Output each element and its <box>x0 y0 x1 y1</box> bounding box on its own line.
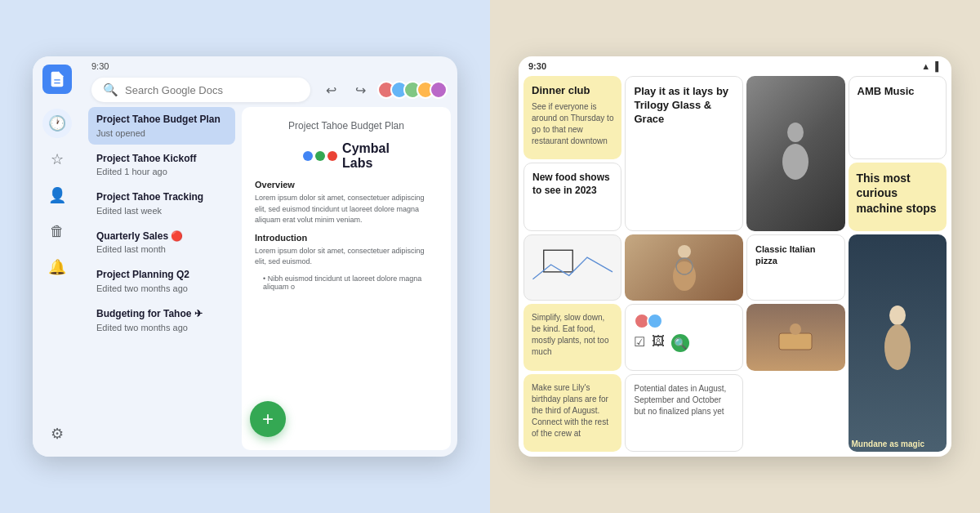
doc-bullet-1: • Nibh euismod tincidunt ut laoreet dolo… <box>255 274 438 291</box>
svg-point-2 <box>787 123 804 142</box>
doc-item-0[interactable]: Project Tahoe Budget Plan Just opened <box>88 107 235 145</box>
wifi-icon: ▲ <box>921 61 930 71</box>
keep-card-amb-title: AMB Music <box>858 85 938 99</box>
doc-item-2[interactable]: Project Tahoe Tracking Edited last week <box>88 185 235 222</box>
doc-logo: CymbalLabs <box>255 141 438 170</box>
keep-card-potential[interactable]: Potential dates in August, September and… <box>625 374 743 452</box>
doc-item-title-1: Project Tahoe Kickoff <box>96 153 227 166</box>
doc-item-subtitle-5: Edited two months ago <box>96 323 227 332</box>
keep-card-trilogy[interactable]: Play it as it lays by Trilogy Glass & Gr… <box>625 76 743 231</box>
keep-card-simplify[interactable]: Simplify, slow down, be kind. Eat food, … <box>523 304 621 370</box>
keep-card-trilogy-title: Play it as it lays by Trilogy Glass & Gr… <box>634 85 734 127</box>
sidebar: 🕐 ☆ 👤 🗑 🔔 ⚙ <box>33 56 82 457</box>
keep-card-photo3[interactable] <box>746 304 844 370</box>
doc-item-1[interactable]: Project Tahoe Kickoff Edited 1 hour ago <box>88 146 235 184</box>
search-input[interactable] <box>125 84 299 96</box>
keep-card-pizza-title: Classic Italian pizza <box>755 243 835 267</box>
doc-item-title-5: Budgeting for Tahoe ✈ <box>96 308 227 321</box>
toolbar: 🔍 ↩ ↪ <box>82 73 457 107</box>
collab-avatars <box>634 313 734 329</box>
svg-rect-8 <box>779 333 812 350</box>
keep-card-dinner-body: See if everyone is around on Thursday to… <box>532 101 613 147</box>
keep-card-simplify-body: Simplify, slow down, be kind. Eat food, … <box>532 312 613 358</box>
keep-grid: Dinner club See if everyone is around on… <box>519 73 951 457</box>
search-small-icon: 🔍 <box>671 334 689 352</box>
cymbal-circles <box>303 151 337 161</box>
toolbar-actions: ↩ ↪ <box>318 78 448 102</box>
image-icon: 🖼 <box>652 334 665 352</box>
doc-list: Project Tahoe Budget Plan Just opened Pr… <box>88 107 235 450</box>
keep-card-potential-body: Potential dates in August, September and… <box>634 383 734 417</box>
sidebar-item-settings[interactable]: ⚙ <box>42 419 72 448</box>
person-silhouette <box>775 121 816 186</box>
keep-card-curious[interactable]: This most curious machine stops <box>849 163 947 231</box>
doc-item-title-3: Quarterly Sales 🔴 <box>96 230 227 243</box>
check-icon: ☑ <box>634 334 645 352</box>
keep-card-lily[interactable]: Make sure Lily's birthday plans are for … <box>523 374 621 452</box>
main-content: 9:30 🔍 ↩ ↪ <box>82 56 457 457</box>
amb-photo-placeholder <box>849 234 947 452</box>
doc-item-subtitle-3: Edited last month <box>96 244 227 254</box>
doc-section-intro: Introduction <box>255 233 438 243</box>
svg-point-9 <box>790 323 801 335</box>
status-time: 9:30 <box>91 61 109 71</box>
right-panel: 9:30 ▲ ▌ Dinner club See if everyone is … <box>490 0 980 513</box>
docs-app: 🕐 ☆ 👤 🗑 🔔 ⚙ 9:30 🔍 ↩ ↪ <box>33 56 457 457</box>
doc-overview-body: Lorem ipsum dolor sit amet, consectetuer… <box>255 193 438 226</box>
sidebar-item-recent[interactable]: 🕐 <box>42 109 72 138</box>
photo3-placeholder <box>746 304 844 370</box>
keep-card-curious-title: This most curious machine stops <box>857 171 938 216</box>
keep-card-dinner[interactable]: Dinner club See if everyone is around on… <box>523 76 621 159</box>
keep-app: 9:30 ▲ ▌ Dinner club See if everyone is … <box>519 56 951 457</box>
keep-card-foodshows-title: New food shows to see in 2023 <box>532 172 612 197</box>
undo-button[interactable]: ↩ <box>318 78 343 102</box>
circle-red <box>327 151 337 161</box>
keep-card-amb-photo[interactable]: Mundane as magic <box>849 234 947 452</box>
doc-item-3[interactable]: Quarterly Sales 🔴 Edited last month <box>88 224 235 261</box>
doc-item-5[interactable]: Budgeting for Tahoe ✈ Edited two months … <box>88 301 235 339</box>
svg-point-5 <box>678 245 691 258</box>
doc-item-subtitle-4: Edited two months ago <box>96 283 227 293</box>
keep-card-foodshows[interactable]: New food shows to see in 2023 <box>523 163 621 231</box>
doc-intro-body: Lorem ipsum dolor sit amet, consectetuer… <box>255 246 438 268</box>
search-bar[interactable]: 🔍 <box>91 78 310 102</box>
doc-item-title-2: Project Tahoe Tracking <box>96 191 227 204</box>
fab-icon: + <box>262 408 274 430</box>
keep-card-photo1[interactable] <box>746 76 844 231</box>
food-sketch <box>775 321 816 354</box>
keep-card-photo2[interactable] <box>625 234 743 301</box>
person2-silhouette <box>668 243 701 292</box>
doc-preview: Project Tahoe Budget Plan CymbalLabs Ove… <box>242 107 451 450</box>
collab-av2 <box>647 313 663 329</box>
photo1-placeholder <box>746 76 844 231</box>
sidebar-item-shared[interactable]: 👤 <box>42 181 72 210</box>
doc-item-subtitle-2: Edited last week <box>96 206 227 216</box>
sketch-svg <box>529 240 616 289</box>
svg-point-11 <box>884 324 911 370</box>
circle-green <box>315 151 325 161</box>
company-name: CymbalLabs <box>342 141 390 170</box>
search-icon: 🔍 <box>103 83 118 97</box>
keep-card-collab[interactable]: ☑ 🖼 🔍 <box>625 304 743 370</box>
svg-point-3 <box>782 144 808 180</box>
mundane-label: Mundane as magic <box>852 439 943 448</box>
keep-status-time: 9:30 <box>528 61 546 71</box>
doc-item-4[interactable]: Project Planning Q2 Edited two months ag… <box>88 262 235 300</box>
keep-statusbar: 9:30 ▲ ▌ <box>519 56 951 73</box>
sidebar-item-starred[interactable]: ☆ <box>42 145 72 174</box>
docs-logo[interactable] <box>42 65 72 94</box>
fab-button[interactable]: + <box>250 401 286 437</box>
sidebar-item-trash[interactable]: 🗑 <box>42 216 72 246</box>
doc-preview-title: Project Tahoe Budget Plan <box>255 120 438 132</box>
redo-button[interactable]: ↪ <box>348 78 372 102</box>
circle-blue <box>303 151 313 161</box>
keep-card-pizza[interactable]: Classic Italian pizza <box>746 234 844 301</box>
doc-item-title-0: Project Tahoe Budget Plan <box>96 114 227 127</box>
keep-status-icons: ▲ ▌ <box>921 61 942 71</box>
keep-card-amb[interactable]: AMB Music <box>849 76 947 159</box>
doc-item-title-4: Project Planning Q2 <box>96 269 227 282</box>
sidebar-item-notifications[interactable]: 🔔 <box>42 252 72 282</box>
avatars-group <box>377 81 448 99</box>
doc-item-subtitle-1: Edited 1 hour ago <box>96 167 227 176</box>
keep-card-sketch[interactable] <box>523 234 621 301</box>
